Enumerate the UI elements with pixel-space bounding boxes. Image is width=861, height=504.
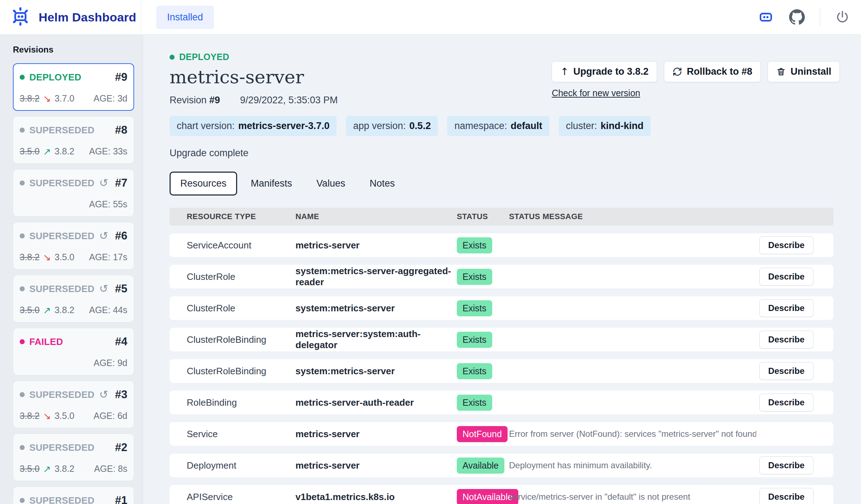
resource-type-cell: Service <box>187 429 295 440</box>
resource-name-cell: system:metrics-server <box>295 366 457 377</box>
column-header: NAME <box>295 212 457 221</box>
revision-card[interactable]: SUPERSEDED ↺ #5 3.5.0 ↗ 3.8.2 AGE: 44s <box>13 275 134 322</box>
reconfigure-icon: ↺ <box>99 283 108 294</box>
status-badge: Exists <box>457 237 492 253</box>
revisions-title: Revisions <box>13 45 134 55</box>
describe-button[interactable]: Describe <box>759 236 813 254</box>
revision-age: AGE: 33s <box>89 146 127 157</box>
nav-divider <box>820 8 820 27</box>
resource-name-cell: system:metrics-server-aggregated-reader <box>295 266 457 288</box>
revision-card[interactable]: SUPERSEDED #2 3.5.0 ↗ 3.8.2 AGE: 8s <box>13 434 134 481</box>
resource-status-cell: Exists <box>457 300 509 316</box>
tab[interactable]: Manifests <box>240 172 303 196</box>
revision-status: FAILED <box>20 336 63 347</box>
status-badge: Exists <box>457 269 492 285</box>
revision-age: AGE: 44s <box>89 305 127 315</box>
resource-name-cell: v1beta1.metrics.k8s.io <box>295 491 457 503</box>
resource-status-cell: NotFound <box>457 426 509 442</box>
resource-type-cell: ClusterRole <box>187 303 295 314</box>
revision-age: AGE: 17s <box>89 252 127 262</box>
revision-card[interactable]: SUPERSEDED #1 AGE: 24m <box>13 486 134 504</box>
revision-card[interactable]: SUPERSEDED ↺ #6 3.8.2 ↘ 3.5.0 AGE: 17s <box>13 222 134 270</box>
trash-icon <box>776 67 786 76</box>
tab[interactable]: Values <box>306 172 356 196</box>
reconfigure-icon: ↺ <box>99 178 108 188</box>
tab[interactable]: Notes <box>359 172 406 196</box>
release-detail: DEPLOYED metrics-server Revision #9 9/29… <box>143 35 861 504</box>
status-dot-icon <box>20 286 25 291</box>
status-message-cell: Deployment has minimum availability. <box>509 460 756 470</box>
resource-status-cell: Exists <box>457 395 509 411</box>
revision-version-change: 3.8.2 ↘ 3.5.0 <box>20 252 74 263</box>
release-badge: cluster: kind-kind <box>559 116 651 136</box>
status-dot-icon <box>170 55 175 60</box>
status-message-cell: Error from server (NotFound): services "… <box>509 429 756 439</box>
revision-number: #5 <box>115 282 127 295</box>
resource-status-cell: Exists <box>457 237 509 253</box>
revision-version-change: 3.5.0 ↗ 3.8.2 <box>20 146 74 157</box>
robot-icon[interactable] <box>758 10 774 24</box>
revision-age: AGE: 9d <box>94 358 128 368</box>
describe-button[interactable]: Describe <box>759 299 813 317</box>
app-title: Helm Dashboard <box>39 10 136 24</box>
table-header: RESOURCE TYPE NAME STATUS STATUS MESSAGE <box>170 208 833 226</box>
table-row: Service metrics-server NotFound Error fr… <box>170 422 833 446</box>
revision-card[interactable]: DEPLOYED #9 3.8.2 ↘ 3.7.0 AGE: 3d <box>13 63 134 111</box>
revision-status: SUPERSEDED <box>20 125 94 136</box>
upgrade-button[interactable]: ↑ Upgrade to 3.8.2 <box>552 61 657 82</box>
resource-name-cell: system:metrics-server <box>295 303 457 314</box>
resource-name-cell: metrics-server <box>295 460 457 471</box>
github-icon[interactable] <box>789 9 805 25</box>
describe-button[interactable]: Describe <box>759 362 813 380</box>
version-arrow-icon: ↘ <box>43 93 51 104</box>
installed-tab[interactable]: Installed <box>156 6 214 29</box>
revision-card[interactable]: SUPERSEDED ↺ #7 AGE: 55s <box>13 169 134 217</box>
revision-card[interactable]: FAILED #4 AGE: 9d <box>13 328 134 375</box>
resource-status-cell: NotAvailable <box>457 489 509 504</box>
resource-type-cell: Deployment <box>187 460 295 471</box>
table-row: RoleBinding metrics-server-auth-reader E… <box>170 391 833 414</box>
resource-type-cell: RoleBinding <box>187 397 295 408</box>
revision-status: SUPERSEDED <box>20 442 94 453</box>
describe-button[interactable]: Describe <box>759 456 813 474</box>
version-arrow-icon: ↗ <box>43 464 51 474</box>
describe-button[interactable]: Describe <box>759 331 813 349</box>
status-dot-icon <box>20 181 25 186</box>
check-new-version-link[interactable]: Check for new version <box>552 88 640 98</box>
nav-actions <box>758 8 861 27</box>
top-nav: Helm Dashboard Installed <box>0 0 861 35</box>
tab[interactable]: Resources <box>170 172 237 196</box>
release-status: DEPLOYED <box>170 52 833 62</box>
release-badge: chart version: metrics-server-3.7.0 <box>170 116 337 136</box>
revision-age: AGE: 6d <box>94 411 128 421</box>
revision-status: SUPERSEDED ↺ <box>20 283 108 295</box>
describe-button[interactable]: Describe <box>759 394 813 411</box>
resource-name-cell: metrics-server <box>295 240 457 251</box>
status-badge: Exists <box>457 363 492 379</box>
revision-number: #2 <box>115 441 127 454</box>
resource-type-cell: ClusterRoleBinding <box>187 366 295 377</box>
describe-button[interactable]: Describe <box>759 488 813 504</box>
describe-button[interactable]: Describe <box>759 268 813 286</box>
status-badge: NotFound <box>457 426 508 442</box>
resource-status-cell: Exists <box>457 269 509 285</box>
detail-tabs: Resources Manifests Values Notes <box>170 172 833 196</box>
resource-status-cell: Exists <box>457 363 509 379</box>
release-badges: chart version: metrics-server-3.7.0 app … <box>170 116 833 136</box>
revision-card[interactable]: SUPERSEDED #8 3.5.0 ↗ 3.8.2 AGE: 33s <box>13 116 134 164</box>
uninstall-button[interactable]: Uninstall <box>768 61 840 82</box>
column-header: STATUS MESSAGE <box>509 212 756 221</box>
status-message-cell: service/metrics-server in "default" is n… <box>509 492 756 502</box>
rollback-button[interactable]: Rollback to #8 <box>664 61 761 82</box>
revision-status: DEPLOYED <box>20 72 81 83</box>
power-icon[interactable] <box>835 10 850 24</box>
status-badge: Exists <box>457 300 492 316</box>
table-row: ServiceAccount metrics-server Exists Des… <box>170 233 833 257</box>
revision-card[interactable]: SUPERSEDED ↺ #3 3.8.2 ↘ 3.5.0 AGE: 6d <box>13 381 134 428</box>
revision-version-change: 3.5.0 ↗ 3.8.2 <box>20 464 74 474</box>
revision-number: #7 <box>115 177 127 189</box>
status-dot-icon <box>20 339 25 344</box>
version-arrow-icon: ↗ <box>43 146 51 157</box>
column-header: STATUS <box>457 212 509 221</box>
resource-type-cell: APIService <box>187 491 295 503</box>
